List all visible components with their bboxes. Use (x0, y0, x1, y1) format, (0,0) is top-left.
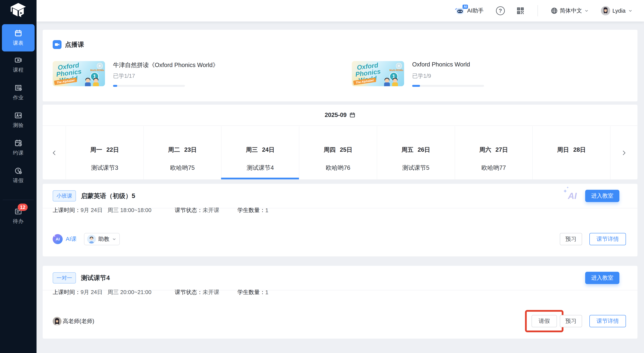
assignment-icon (14, 84, 22, 92)
sidebar-item-quiz[interactable]: 测验 (0, 111, 36, 129)
grade-a-plus-icon (14, 111, 22, 119)
enter-classroom-button[interactable]: 进入教室 (585, 190, 620, 202)
course-title: Oxford Phonics World (412, 61, 470, 68)
day-course-label: 欧哈哟77 (481, 164, 506, 172)
ai-course-link[interactable]: ✦AI AI课 (53, 234, 76, 244)
day-course-label: 测试课节4 (247, 164, 274, 172)
calendar-day-column[interactable]: 周六27日 欧哈哟77 (455, 126, 532, 179)
calendar-day-column[interactable]: 周日28日 (532, 126, 610, 179)
day-course-label: 测试课节5 (402, 164, 430, 172)
lesson-detail-button[interactable]: 课节详情 (590, 233, 626, 245)
cover-kid-figure (85, 78, 91, 86)
app-root: 课表 课程 作业 (0, 0, 644, 353)
video-lesson-icon (14, 56, 22, 64)
topbar-divider (538, 5, 538, 16)
cover-kid-figure (392, 78, 398, 86)
sidebar-item-label: 约课 (13, 149, 24, 156)
ai-watermark-icon: ✦✦AI (568, 191, 577, 201)
assistant-selector[interactable]: 助教 (84, 233, 120, 245)
course-progress-text: 已学1/17 (113, 72, 135, 80)
topbar: AI AI助手 ? (36, 0, 644, 21)
question-mark-icon: ? (496, 6, 505, 15)
sidebar-item-homework[interactable]: 作业 (0, 84, 36, 101)
assistant-label: 助教 (98, 235, 110, 243)
calendar-month-picker[interactable]: 2025-09 (43, 105, 638, 126)
calendar-clock-icon (14, 139, 22, 147)
sidebar-item-leave[interactable]: 请假 (0, 167, 36, 184)
lesson-detail-button[interactable]: 课节详情 (590, 315, 626, 327)
vod-section: 点播课 Oxford Phonics World 1 Multi-ROMs Th… (43, 30, 638, 101)
calendar-prev-button[interactable] (43, 126, 66, 179)
calendar-icon (14, 29, 22, 37)
lesson-status: 课节状态：未开课 (175, 289, 219, 296)
sidebar-item-label: 测验 (13, 122, 24, 129)
leave-button-highlight: 请假 (525, 310, 564, 332)
cover-disc-icon (396, 63, 402, 69)
course-cover: Oxford Phonics World 1 Multi-ROMs The Al… (352, 61, 404, 86)
ai-assistant-button[interactable]: AI AI助手 (455, 6, 484, 15)
course-title: 牛津自然拼读《Oxford Phonics World》 (113, 61, 218, 69)
course-progress-bar (412, 85, 484, 87)
ai-course-label: AI课 (66, 235, 76, 243)
vod-course-card[interactable]: Oxford Phonics World 1 Multi-ROMs The Al… (352, 61, 630, 88)
sidebar-item-courses[interactable]: 课程 (0, 56, 36, 73)
username-label: Lydia (612, 8, 626, 14)
calendar-next-button[interactable] (610, 126, 638, 179)
sidebar-item-label: 课程 (13, 66, 24, 73)
lesson-bottom-row: 高老师(老师) 请假 预习 课节详情 (43, 314, 638, 333)
lesson-card: 一对一 测试课节4 进入教室 上课时间：9月 24日周三 20:00~21:00… (43, 266, 638, 339)
cover-rom-label: Multi-ROMs (90, 69, 104, 72)
cover-rom-label: Multi-ROMs (390, 69, 403, 72)
app-logo[interactable] (10, 2, 27, 19)
ai-course-icon: ✦AI (53, 234, 63, 244)
lesson-students: 学生数量：1 (238, 289, 268, 296)
calendar-month-label: 2025-09 (325, 112, 346, 118)
lesson-bottom-row: ✦AI AI课 助教 预习 课节详情 (43, 231, 638, 251)
sidebar-item-booking[interactable]: 约课 (0, 139, 36, 156)
graduation-cap-icon (10, 3, 26, 18)
cover-kid-figure (93, 78, 99, 86)
calendar-day-column[interactable]: 周一22日 测试课节3 (66, 126, 144, 179)
course-cover: Oxford Phonics World 1 Multi-ROMs The Al… (53, 61, 105, 86)
leave-button[interactable]: 请假 (532, 315, 557, 327)
vod-header: 点播课 (53, 40, 84, 49)
lesson-title-row: 小班课 启蒙英语（初级）5 ✦✦AI 进入教室 (43, 184, 638, 208)
globe-icon (550, 7, 558, 14)
chevron-left-icon (51, 150, 58, 156)
calendar-day-column[interactable]: 周五26日 测试课节5 (377, 126, 455, 179)
calendar-day-column[interactable]: 周四25日 欧哈哟76 (299, 126, 377, 179)
language-label: 简体中文 (560, 7, 582, 14)
day-course-label: 欧哈哟76 (326, 164, 350, 172)
language-selector[interactable]: 简体中文 (550, 7, 589, 14)
chevron-down-icon (584, 8, 589, 13)
day-label: 周三24日 (246, 146, 274, 154)
sidebar-item-label: 课表 (13, 39, 24, 46)
cover-disc-icon (96, 63, 103, 69)
chevron-right-icon (621, 150, 627, 156)
sidebar-item-label: 请假 (13, 177, 24, 184)
preview-button[interactable]: 预习 (560, 233, 582, 245)
sidebar-item-todo[interactable]: 待办 (0, 207, 36, 225)
calendar-day-column-active[interactable]: 周三24日 测试课节4 (221, 126, 299, 179)
user-menu[interactable]: Lydia (601, 6, 633, 15)
lesson-students: 学生数量：1 (238, 206, 268, 214)
lesson-title-row: 一对一 测试课节4 进入教室 (43, 266, 638, 290)
ai-assistant-label: AI助手 (467, 7, 484, 14)
active-day-indicator (221, 178, 299, 179)
vod-section-title: 点播课 (65, 40, 84, 49)
enter-classroom-button[interactable]: 进入教室 (585, 272, 620, 284)
day-course-label: 欧哈哟75 (170, 164, 194, 172)
chevron-down-icon (628, 8, 633, 13)
course-progress-fill (113, 85, 117, 87)
video-camera-icon (53, 40, 62, 49)
qr-code-button[interactable] (516, 6, 525, 15)
course-progress-bar (113, 85, 185, 87)
sidebar-item-schedule[interactable]: 课表 (2, 24, 34, 51)
vod-course-card[interactable]: Oxford Phonics World 1 Multi-ROMs The Al… (53, 61, 332, 88)
lesson-card: 小班课 启蒙英语（初级）5 ✦✦AI 进入教室 上课时间：9月 24日周三 18… (43, 184, 638, 256)
preview-button[interactable]: 预习 (560, 315, 582, 327)
sidebar-item-label: 作业 (13, 94, 24, 101)
help-button[interactable]: ? (496, 6, 505, 15)
course-progress-text: 已学1/9 (412, 72, 431, 80)
calendar-day-column[interactable]: 周二23日 欧哈哟75 (144, 126, 221, 179)
